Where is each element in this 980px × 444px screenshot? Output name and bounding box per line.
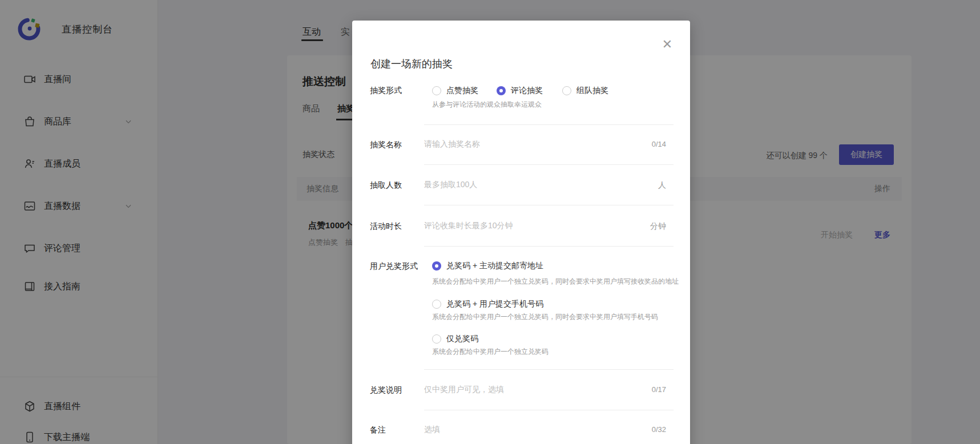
redeem-option-helper: 系统会分配给中奖用户一个独立兑奖码，同时会要求中奖用户填写接收奖品的地址: [432, 277, 679, 286]
field-label-redeem-type: 用户兑奖形式: [370, 261, 418, 272]
radio-unselected-icon: [432, 300, 441, 309]
field-label-name: 抽奖名称: [370, 140, 402, 150]
radio-unselected-icon: [432, 86, 441, 95]
radio-label: 仅兑奖码: [446, 334, 478, 344]
redeem-option-helper: 系统会分配给中奖用户一个独立兑奖码: [432, 347, 549, 357]
radio-unselected-icon: [432, 334, 441, 344]
name-char-counter: 0/14: [652, 140, 666, 148]
divider: [424, 164, 674, 165]
divider: [424, 369, 674, 370]
divider: [424, 205, 674, 205]
remark-char-counter: 0/32: [652, 425, 666, 434]
create-lottery-modal: 创建一场新的抽奖 ✕ 抽奖形式 点赞抽奖 评论抽奖 组队抽奖 从参与评论活动的观…: [352, 21, 690, 444]
radio-selected-icon: [497, 86, 506, 95]
divider: [424, 124, 674, 125]
duration-unit-suffix: 分钟: [650, 221, 666, 232]
radio-like-lottery[interactable]: 点赞抽奖: [432, 86, 478, 96]
radio-code-plus-phone[interactable]: 兑奖码 + 用户提交手机号码: [432, 299, 543, 309]
remark-input[interactable]: [424, 423, 612, 435]
app-window: 直播控制台 直播间 商品库 直播成员: [0, 0, 980, 444]
radio-label: 兑奖码 + 用户提交手机号码: [446, 299, 543, 309]
radio-unselected-icon: [562, 86, 571, 95]
count-unit-suffix: 人: [658, 180, 666, 191]
lottery-name-input[interactable]: [424, 138, 612, 150]
divider: [424, 246, 674, 247]
winner-count-input[interactable]: [424, 178, 612, 191]
field-label-count: 抽取人数: [370, 180, 402, 191]
radio-team-lottery[interactable]: 组队抽奖: [562, 86, 608, 96]
redeem-desc-char-counter: 0/17: [652, 385, 666, 394]
radio-label: 点赞抽奖: [446, 86, 478, 96]
redeem-option-helper: 系统会分配给中奖用户一个独立兑奖码，同时会要求中奖用户填写手机号码: [432, 312, 658, 322]
radio-code-only[interactable]: 仅兑奖码: [432, 334, 478, 344]
field-label-duration: 活动时长: [370, 221, 402, 232]
modal-title: 创建一场新的抽奖: [370, 57, 453, 71]
radio-label: 组队抽奖: [576, 86, 608, 96]
field-label-remark: 备注: [370, 425, 386, 435]
radio-code-plus-address[interactable]: 兑奖码 + 主动提交邮寄地址: [432, 261, 543, 271]
divider: [424, 410, 674, 410]
field-label-lottery-type: 抽奖形式: [370, 86, 402, 96]
close-icon[interactable]: ✕: [659, 37, 675, 53]
radio-label: 评论抽奖: [511, 86, 543, 96]
radio-selected-icon: [432, 261, 441, 271]
radio-comment-lottery[interactable]: 评论抽奖: [497, 86, 543, 96]
lottery-type-helper: 从参与评论活动的观众抽取幸运观众: [432, 100, 542, 110]
duration-input[interactable]: [424, 219, 612, 232]
radio-label: 兑奖码 + 主动提交邮寄地址: [446, 261, 543, 271]
field-label-redeem-desc: 兑奖说明: [370, 385, 402, 395]
redeem-desc-input[interactable]: [424, 383, 612, 395]
